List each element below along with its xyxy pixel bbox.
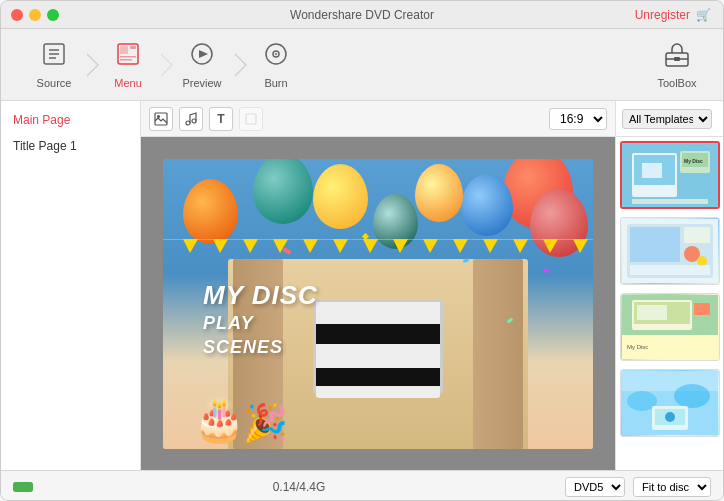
image-tool-button[interactable] (149, 107, 173, 131)
hat-decoration: 🎉 (243, 402, 288, 444)
svg-marker-35 (573, 239, 588, 253)
burn-icon (263, 41, 289, 73)
preview-arrow-inner (234, 54, 245, 76)
template-filter-select[interactable]: All Templates(123) (622, 109, 712, 129)
editor-area: T 16:9 4:3 (141, 101, 615, 470)
text-tool-button[interactable]: T (209, 107, 233, 131)
svg-marker-31 (453, 239, 468, 253)
template-thumb-1[interactable]: My Disc (620, 141, 720, 209)
template-thumb-4[interactable] (620, 369, 720, 437)
preview-label: Preview (182, 77, 221, 89)
source-tab[interactable]: Source (17, 33, 91, 97)
canvas-title: MY DISC (203, 279, 318, 313)
svg-text:My Disc: My Disc (684, 158, 703, 164)
disc-type-select[interactable]: DVD5 DVD9 (565, 477, 625, 497)
svg-rect-16 (674, 57, 680, 61)
canvas-area: MY DISC PLAY SCENES 🎂 🎉 (141, 137, 615, 470)
maximize-button[interactable] (47, 9, 59, 21)
svg-rect-5 (120, 46, 128, 54)
cart-icon: 🛒 (696, 8, 711, 22)
svg-rect-6 (130, 46, 136, 49)
svg-marker-26 (303, 239, 318, 253)
left-panel: Main Page Title Page 1 (1, 101, 141, 470)
svg-point-19 (186, 121, 190, 125)
svg-marker-27 (333, 239, 348, 253)
editor-toolbar-right: 16:9 4:3 (549, 108, 607, 130)
svg-rect-8 (120, 59, 132, 61)
svg-marker-22 (183, 239, 198, 253)
svg-rect-43 (632, 199, 708, 204)
minimize-button[interactable] (29, 9, 41, 21)
unregister-link[interactable]: Unregister 🛒 (635, 8, 711, 22)
close-button[interactable] (11, 9, 23, 21)
canvas-scenes: SCENES (203, 336, 318, 359)
unregister-text: Unregister (635, 8, 690, 22)
svg-marker-24 (243, 239, 258, 253)
preview-icon (189, 41, 215, 73)
menu-arrow-inner (160, 54, 171, 76)
bottom-right: DVD5 DVD9 Fit to disc Don't fit (565, 477, 711, 497)
source-arrow-inner (86, 54, 97, 76)
menu-tab[interactable]: Menu (91, 33, 165, 97)
template-thumb-3[interactable]: My Disc (620, 293, 720, 361)
left-panel-header: Main Page (9, 109, 132, 135)
preview-tab[interactable]: Preview (165, 33, 239, 97)
source-icon (41, 41, 67, 73)
svg-rect-7 (120, 56, 136, 58)
aspect-ratio-select[interactable]: 16:9 4:3 (549, 108, 607, 130)
svg-marker-32 (483, 239, 498, 253)
svg-marker-34 (543, 239, 558, 253)
svg-point-65 (665, 412, 675, 422)
list-item[interactable]: Title Page 1 (9, 135, 132, 157)
svg-marker-29 (393, 239, 408, 253)
source-label: Source (37, 77, 72, 89)
editor-tools: T (149, 107, 263, 131)
template-thumb-2[interactable] (620, 217, 720, 285)
menu-icon (115, 41, 141, 73)
dvd-canvas: MY DISC PLAY SCENES 🎂 🎉 (163, 159, 593, 449)
storage-info: 0.14/4.4G (273, 480, 326, 494)
main-toolbar: Source Menu (1, 29, 723, 101)
thumb-img-3: My Disc (621, 294, 719, 360)
svg-marker-10 (199, 50, 208, 58)
svg-point-18 (157, 115, 160, 118)
svg-rect-46 (630, 227, 680, 262)
right-panel: All Templates(123) My Disc (615, 101, 723, 470)
svg-marker-23 (213, 239, 228, 253)
progress-bar-fill (13, 482, 33, 492)
music-tool-button[interactable] (179, 107, 203, 131)
toolbox-label: ToolBox (657, 77, 696, 89)
main-content: Main Page Title Page 1 (1, 101, 723, 470)
svg-marker-33 (513, 239, 528, 253)
thumb-img-4 (621, 370, 719, 436)
svg-rect-56 (694, 303, 710, 315)
editor-toolbar: T 16:9 4:3 (141, 101, 615, 137)
svg-point-13 (275, 53, 277, 55)
fit-mode-select[interactable]: Fit to disc Don't fit (633, 477, 711, 497)
burn-label: Burn (264, 77, 287, 89)
svg-text:My Disc: My Disc (627, 344, 648, 350)
toolbox-button[interactable]: ToolBox (647, 41, 707, 89)
menu-label: Menu (114, 77, 142, 89)
svg-marker-30 (423, 239, 438, 253)
thumb-img-1: My Disc (622, 143, 718, 207)
svg-marker-28 (363, 239, 378, 253)
svg-point-20 (192, 119, 196, 123)
thumb-img-2 (621, 218, 719, 284)
title-bar: Wondershare DVD Creator Unregister 🛒 (1, 1, 723, 29)
svg-rect-47 (684, 227, 710, 243)
toolbox-icon (663, 41, 691, 75)
shape-tool-button[interactable] (239, 107, 263, 131)
svg-rect-39 (642, 163, 662, 178)
svg-rect-50 (630, 265, 710, 275)
bottom-left (13, 482, 33, 492)
cake-decoration: 🎂 (193, 395, 245, 444)
burn-tab[interactable]: Burn (239, 33, 313, 97)
app-title: Wondershare DVD Creator (290, 8, 434, 22)
right-panel-header: All Templates(123) (616, 101, 723, 137)
canvas-play: PLAY (203, 312, 318, 335)
progress-bar-container (13, 482, 33, 492)
bottom-bar: 0.14/4.4G DVD5 DVD9 Fit to disc Don't fi… (1, 470, 723, 501)
canvas-main-text: MY DISC PLAY SCENES (203, 279, 318, 360)
toolbar-nav: Source Menu (17, 33, 313, 97)
